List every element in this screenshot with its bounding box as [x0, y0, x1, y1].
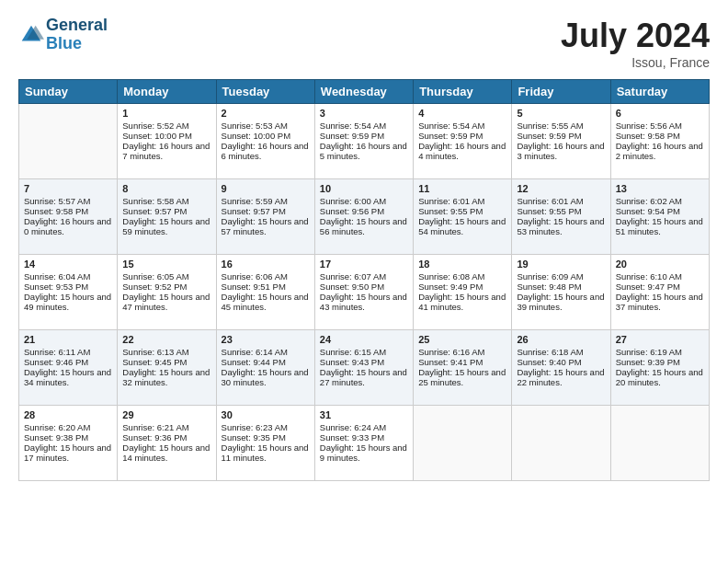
daylight-text: Daylight: 16 hours and 3 minutes.	[517, 141, 605, 161]
sunset-text: Sunset: 9:39 PM	[616, 357, 704, 367]
daylight-text: Daylight: 15 hours and 11 minutes.	[222, 442, 310, 463]
day-number: 2	[222, 108, 310, 119]
sunrise-text: Sunrise: 5:56 AM	[616, 121, 704, 131]
calendar-cell: 29Sunrise: 6:21 AMSunset: 9:36 PMDayligh…	[118, 406, 216, 481]
sunset-text: Sunset: 9:45 PM	[122, 357, 210, 367]
sunrise-text: Sunrise: 5:52 AM	[122, 121, 210, 131]
day-number: 28	[24, 409, 112, 420]
sunset-text: Sunset: 9:59 PM	[418, 131, 506, 141]
header-tuesday: Tuesday	[216, 80, 314, 104]
daylight-text: Daylight: 16 hours and 4 minutes.	[418, 141, 506, 161]
sunrise-text: Sunrise: 5:54 AM	[418, 121, 506, 131]
sunset-text: Sunset: 9:51 PM	[222, 282, 310, 292]
calendar-week-3: 14Sunrise: 6:04 AMSunset: 9:53 PMDayligh…	[19, 255, 710, 330]
daylight-text: Daylight: 15 hours and 59 minutes.	[122, 216, 210, 236]
header-thursday: Thursday	[414, 80, 512, 104]
calendar-week-1: 1Sunrise: 5:52 AMSunset: 10:00 PMDayligh…	[19, 104, 710, 179]
location: Issou, France	[561, 55, 710, 70]
daylight-text: Daylight: 16 hours and 5 minutes.	[320, 141, 408, 161]
calendar-cell: 14Sunrise: 6:04 AMSunset: 9:53 PMDayligh…	[19, 255, 118, 330]
daylight-text: Daylight: 15 hours and 43 minutes.	[320, 292, 408, 312]
daylight-text: Daylight: 15 hours and 45 minutes.	[222, 292, 310, 312]
day-number: 24	[320, 334, 408, 345]
sunrise-text: Sunrise: 5:53 AM	[222, 121, 310, 131]
sunset-text: Sunset: 9:55 PM	[517, 206, 605, 216]
calendar-cell	[19, 104, 118, 179]
day-number: 5	[517, 108, 605, 119]
daylight-text: Daylight: 15 hours and 49 minutes.	[24, 292, 112, 312]
calendar-cell: 23Sunrise: 6:14 AMSunset: 9:44 PMDayligh…	[216, 330, 314, 406]
day-number: 17	[320, 259, 408, 270]
day-number: 21	[24, 334, 112, 345]
sunset-text: Sunset: 9:41 PM	[418, 357, 506, 367]
day-number: 15	[122, 259, 210, 270]
sunrise-text: Sunrise: 6:02 AM	[616, 196, 704, 206]
day-number: 12	[517, 183, 605, 194]
day-number: 29	[122, 409, 210, 420]
sunset-text: Sunset: 9:53 PM	[24, 282, 112, 292]
calendar-cell: 22Sunrise: 6:13 AMSunset: 9:45 PMDayligh…	[118, 330, 216, 406]
calendar-header-row: SundayMondayTuesdayWednesdayThursdayFrid…	[19, 80, 710, 104]
sunrise-text: Sunrise: 6:19 AM	[616, 347, 704, 357]
calendar-cell: 21Sunrise: 6:11 AMSunset: 9:46 PMDayligh…	[19, 330, 118, 406]
calendar-cell	[414, 406, 512, 481]
daylight-text: Daylight: 15 hours and 22 minutes.	[517, 367, 605, 387]
daylight-text: Daylight: 15 hours and 41 minutes.	[418, 292, 506, 312]
sunrise-text: Sunrise: 6:06 AM	[222, 271, 310, 282]
day-number: 31	[320, 409, 408, 420]
sunrise-text: Sunrise: 6:18 AM	[517, 347, 605, 357]
header-friday: Friday	[512, 80, 610, 104]
sunrise-text: Sunrise: 6:08 AM	[418, 271, 506, 282]
sunset-text: Sunset: 9:50 PM	[320, 282, 408, 292]
calendar-cell: 24Sunrise: 6:15 AMSunset: 9:43 PMDayligh…	[314, 330, 413, 406]
calendar-cell: 30Sunrise: 6:23 AMSunset: 9:35 PMDayligh…	[216, 406, 314, 481]
sunset-text: Sunset: 9:46 PM	[24, 357, 112, 367]
day-number: 4	[418, 108, 506, 119]
day-number: 13	[616, 183, 704, 194]
calendar-cell: 8Sunrise: 5:58 AMSunset: 9:57 PMDaylight…	[118, 179, 216, 255]
sunset-text: Sunset: 9:57 PM	[122, 206, 210, 216]
month-year: July 2024	[561, 17, 710, 55]
sunrise-text: Sunrise: 6:20 AM	[24, 422, 112, 432]
calendar-week-2: 7Sunrise: 5:57 AMSunset: 9:58 PMDaylight…	[19, 179, 710, 255]
daylight-text: Daylight: 15 hours and 25 minutes.	[418, 367, 506, 387]
calendar-cell: 1Sunrise: 5:52 AMSunset: 10:00 PMDayligh…	[118, 104, 216, 179]
sunrise-text: Sunrise: 6:13 AM	[122, 347, 210, 357]
calendar-cell: 12Sunrise: 6:01 AMSunset: 9:55 PMDayligh…	[512, 179, 610, 255]
daylight-text: Daylight: 15 hours and 54 minutes.	[418, 216, 506, 236]
daylight-text: Daylight: 15 hours and 37 minutes.	[616, 292, 704, 312]
sunset-text: Sunset: 9:58 PM	[24, 206, 112, 216]
header: General Blue July 2024 Issou, France	[18, 17, 710, 70]
calendar-cell: 20Sunrise: 6:10 AMSunset: 9:47 PMDayligh…	[610, 255, 709, 330]
calendar-cell: 15Sunrise: 6:05 AMSunset: 9:52 PMDayligh…	[118, 255, 216, 330]
sunrise-text: Sunrise: 6:24 AM	[320, 422, 408, 432]
calendar-cell: 16Sunrise: 6:06 AMSunset: 9:51 PMDayligh…	[216, 255, 314, 330]
calendar-cell: 13Sunrise: 6:02 AMSunset: 9:54 PMDayligh…	[610, 179, 709, 255]
title-block: July 2024 Issou, France	[561, 17, 710, 70]
calendar-cell	[610, 406, 709, 481]
sunrise-text: Sunrise: 6:05 AM	[122, 271, 210, 282]
sunset-text: Sunset: 9:49 PM	[418, 282, 506, 292]
logo: General Blue	[18, 17, 108, 53]
daylight-text: Daylight: 15 hours and 57 minutes.	[222, 216, 310, 236]
sunrise-text: Sunrise: 6:16 AM	[418, 347, 506, 357]
sunrise-text: Sunrise: 6:01 AM	[517, 196, 605, 206]
sunrise-text: Sunrise: 6:07 AM	[320, 271, 408, 282]
daylight-text: Daylight: 16 hours and 0 minutes.	[24, 216, 112, 236]
sunrise-text: Sunrise: 6:21 AM	[122, 422, 210, 432]
daylight-text: Daylight: 15 hours and 56 minutes.	[320, 216, 408, 236]
sunrise-text: Sunrise: 6:23 AM	[222, 422, 310, 432]
header-saturday: Saturday	[610, 80, 709, 104]
sunrise-text: Sunrise: 5:59 AM	[222, 196, 310, 206]
sunset-text: Sunset: 10:00 PM	[222, 131, 310, 141]
day-number: 7	[24, 183, 112, 194]
daylight-text: Daylight: 15 hours and 17 minutes.	[24, 442, 112, 463]
sunrise-text: Sunrise: 6:10 AM	[616, 271, 704, 282]
day-number: 23	[222, 334, 310, 345]
sunset-text: Sunset: 9:43 PM	[320, 357, 408, 367]
calendar-cell: 25Sunrise: 6:16 AMSunset: 9:41 PMDayligh…	[414, 330, 512, 406]
calendar: SundayMondayTuesdayWednesdayThursdayFrid…	[18, 79, 710, 481]
day-number: 22	[122, 334, 210, 345]
sunrise-text: Sunrise: 5:55 AM	[517, 121, 605, 131]
sunrise-text: Sunrise: 6:15 AM	[320, 347, 408, 357]
